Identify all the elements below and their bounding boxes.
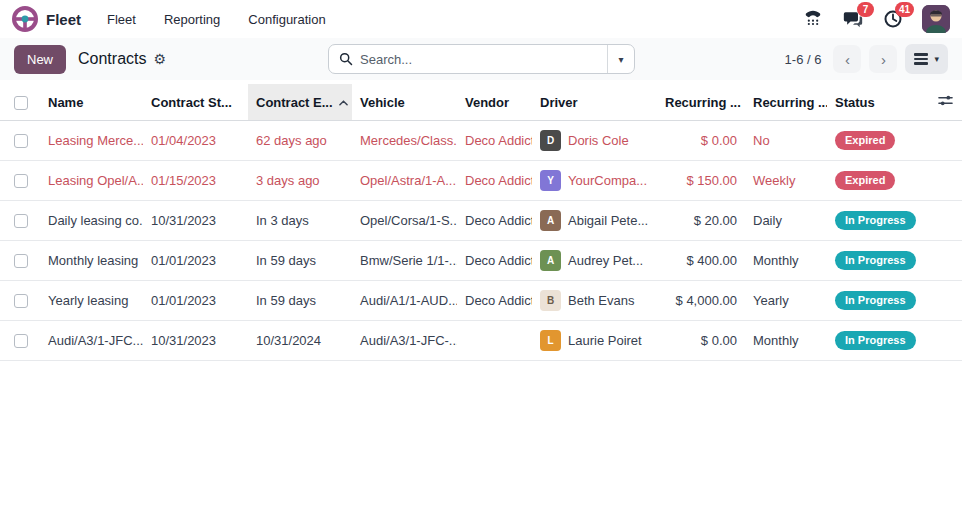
- action-gear-icon[interactable]: ⚙: [153, 51, 166, 67]
- driver-avatar: A: [540, 250, 561, 271]
- driver-avatar: B: [540, 290, 561, 311]
- page-title[interactable]: Contracts: [78, 50, 146, 68]
- row-checkbox[interactable]: [14, 174, 28, 188]
- cell-recurring-cost[interactable]: $ 0.00: [657, 121, 745, 161]
- cell-vehicle[interactable]: Mercedes/Class...: [352, 121, 457, 161]
- table-row[interactable]: Daily leasing co... 10/31/2023 In 3 days…: [0, 201, 962, 241]
- user-avatar[interactable]: [922, 5, 950, 33]
- fleet-app-icon[interactable]: [12, 6, 38, 32]
- cell-vendor[interactable]: Deco Addict: [457, 241, 532, 281]
- adjust-columns-icon[interactable]: [938, 93, 953, 108]
- cell-driver[interactable]: DDoris Cole: [532, 121, 657, 161]
- table-row[interactable]: Leasing Merce... 01/04/2023 62 days ago …: [0, 121, 962, 161]
- cell-recurring-period[interactable]: No: [745, 121, 827, 161]
- menu-fleet[interactable]: Fleet: [107, 12, 136, 27]
- cell-recurring-cost[interactable]: $ 150.00: [657, 161, 745, 201]
- cell-contract-start[interactable]: 10/31/2023: [143, 321, 248, 361]
- activities-clock-icon[interactable]: 41: [882, 8, 904, 30]
- status-badge: Expired: [835, 171, 895, 190]
- column-header-recurring-cost[interactable]: Recurring ...: [657, 84, 745, 121]
- table-row[interactable]: Audi/A3/1-JFC... 10/31/2023 10/31/2024 A…: [0, 321, 962, 361]
- main-menu: Fleet Reporting Configuration: [107, 12, 326, 27]
- cell-driver[interactable]: LLaurie Poiret: [532, 321, 657, 361]
- cell-recurring-period[interactable]: Monthly: [745, 321, 827, 361]
- cell-vehicle[interactable]: Audi/A1/1-AUD...: [352, 281, 457, 321]
- status-badge: In Progress: [835, 211, 916, 230]
- cell-recurring-period[interactable]: Daily: [745, 201, 827, 241]
- cell-name[interactable]: Audi/A3/1-JFC...: [40, 321, 143, 361]
- column-header-contract-start[interactable]: Contract St...: [143, 84, 248, 121]
- column-header-recurring-period[interactable]: Recurring ...: [745, 84, 827, 121]
- row-checkbox[interactable]: [14, 254, 28, 268]
- cell-vendor[interactable]: Deco Addict: [457, 161, 532, 201]
- contracts-list: Name Contract St... Contract E... Vehicl…: [0, 80, 962, 361]
- select-all-checkbox[interactable]: [14, 96, 28, 110]
- cell-driver[interactable]: AAudrey Pet...: [532, 241, 657, 281]
- cell-name[interactable]: Leasing Merce...: [40, 121, 143, 161]
- cell-driver[interactable]: BBeth Evans: [532, 281, 657, 321]
- cell-contract-end[interactable]: In 3 days: [248, 201, 352, 241]
- menu-configuration[interactable]: Configuration: [248, 12, 325, 27]
- cell-contract-start[interactable]: 01/15/2023: [143, 161, 248, 201]
- cell-name[interactable]: Leasing Opel/A...: [40, 161, 143, 201]
- cell-vendor[interactable]: [457, 321, 532, 361]
- cell-contract-start[interactable]: 01/01/2023: [143, 241, 248, 281]
- cell-name[interactable]: Yearly leasing: [40, 281, 143, 321]
- view-switcher-button[interactable]: ▾: [905, 44, 948, 74]
- cell-recurring-period[interactable]: Monthly: [745, 241, 827, 281]
- driver-avatar: L: [540, 330, 561, 351]
- app-name[interactable]: Fleet: [46, 11, 81, 28]
- cell-contract-end[interactable]: 10/31/2024: [248, 321, 352, 361]
- new-button[interactable]: New: [14, 45, 66, 74]
- cell-driver[interactable]: AAbigail Pete...: [532, 201, 657, 241]
- cell-recurring-period[interactable]: Weekly: [745, 161, 827, 201]
- cell-vehicle[interactable]: Audi/A3/1-JFC-...: [352, 321, 457, 361]
- cell-vehicle[interactable]: Opel/Astra/1-A...: [352, 161, 457, 201]
- cell-recurring-cost[interactable]: $ 20.00: [657, 201, 745, 241]
- row-checkbox[interactable]: [14, 334, 28, 348]
- table-row[interactable]: Leasing Opel/A... 01/15/2023 3 days ago …: [0, 161, 962, 201]
- column-header-vendor[interactable]: Vendor: [457, 84, 532, 121]
- pager-previous-button[interactable]: ‹: [833, 45, 861, 73]
- messages-icon[interactable]: 7: [842, 8, 864, 30]
- column-header-name[interactable]: Name: [40, 84, 143, 121]
- cell-vehicle[interactable]: Opel/Corsa/1-S...: [352, 201, 457, 241]
- row-checkbox[interactable]: [14, 134, 28, 148]
- voip-phone-icon[interactable]: [802, 8, 824, 30]
- cell-contract-end[interactable]: 3 days ago: [248, 161, 352, 201]
- systray: 7 41: [802, 5, 950, 33]
- cell-contract-start[interactable]: 01/04/2023: [143, 121, 248, 161]
- cell-recurring-period[interactable]: Yearly: [745, 281, 827, 321]
- pager-next-button[interactable]: ›: [869, 45, 897, 73]
- cell-name[interactable]: Monthly leasing: [40, 241, 143, 281]
- column-header-status[interactable]: Status: [827, 84, 930, 121]
- table-row[interactable]: Monthly leasing 01/01/2023 In 59 days Bm…: [0, 241, 962, 281]
- column-header-driver[interactable]: Driver: [532, 84, 657, 121]
- menu-reporting[interactable]: Reporting: [164, 12, 220, 27]
- cell-contract-end[interactable]: In 59 days: [248, 241, 352, 281]
- cell-vendor[interactable]: Deco Addict: [457, 121, 532, 161]
- cell-vendor[interactable]: Deco Addict: [457, 201, 532, 241]
- cell-driver[interactable]: YYourCompa...: [532, 161, 657, 201]
- column-header-contract-end[interactable]: Contract E...: [248, 84, 352, 121]
- table-row[interactable]: Yearly leasing 01/01/2023 In 59 days Aud…: [0, 281, 962, 321]
- cell-contract-end[interactable]: In 59 days: [248, 281, 352, 321]
- cell-contract-end[interactable]: 62 days ago: [248, 121, 352, 161]
- row-checkbox[interactable]: [14, 294, 28, 308]
- cell-contract-start[interactable]: 01/01/2023: [143, 281, 248, 321]
- cell-name[interactable]: Daily leasing co...: [40, 201, 143, 241]
- status-badge: In Progress: [835, 331, 916, 350]
- control-panel: New Contracts ⚙ ▾ 1-6 / 6 ‹ › ▾: [0, 38, 962, 80]
- search-input[interactable]: [360, 52, 597, 67]
- column-header-vehicle[interactable]: Vehicle: [352, 84, 457, 121]
- cell-vehicle[interactable]: Bmw/Serie 1/1-...: [352, 241, 457, 281]
- cell-recurring-cost[interactable]: $ 0.00: [657, 321, 745, 361]
- cell-vendor[interactable]: Deco Addict: [457, 281, 532, 321]
- search-dropdown-toggle[interactable]: ▾: [607, 45, 634, 73]
- status-badge: Expired: [835, 131, 895, 150]
- cell-recurring-cost[interactable]: $ 4,000.00: [657, 281, 745, 321]
- cell-recurring-cost[interactable]: $ 400.00: [657, 241, 745, 281]
- pager-area: 1-6 / 6 ‹ › ▾: [785, 44, 948, 74]
- cell-contract-start[interactable]: 10/31/2023: [143, 201, 248, 241]
- row-checkbox[interactable]: [14, 214, 28, 228]
